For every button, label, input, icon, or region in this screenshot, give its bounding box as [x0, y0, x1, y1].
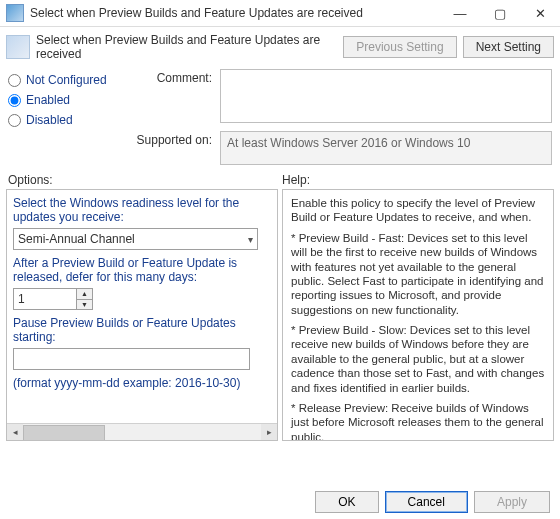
- policy-icon: [6, 35, 30, 59]
- help-paragraph: * Preview Build - Fast: Devices set to t…: [291, 231, 545, 317]
- help-paragraph: * Preview Build - Slow: Devices set to t…: [291, 323, 545, 395]
- policy-subtitle: Select when Preview Builds and Feature U…: [36, 33, 337, 61]
- spinner-down-icon[interactable]: ▼: [76, 300, 92, 310]
- help-text[interactable]: Enable this policy to specify the level …: [283, 190, 553, 440]
- pause-prompt: Pause Preview Builds or Feature Updates …: [13, 316, 271, 344]
- format-hint: (format yyyy-mm-dd example: 2016-10-30): [13, 376, 271, 390]
- minimize-button[interactable]: —: [440, 0, 480, 26]
- config-area: Not Configured Enabled Disabled Comment:…: [0, 67, 560, 167]
- ok-button[interactable]: OK: [315, 491, 378, 513]
- supported-label: Supported on:: [128, 131, 212, 147]
- cancel-button[interactable]: Cancel: [385, 491, 468, 513]
- policy-header: Select when Preview Builds and Feature U…: [0, 27, 560, 67]
- scroll-left-icon[interactable]: ◂: [7, 424, 23, 440]
- window-title: Select when Preview Builds and Feature U…: [30, 6, 440, 20]
- scroll-thumb[interactable]: [23, 425, 105, 441]
- help-paragraph: Enable this policy to specify the level …: [291, 196, 545, 225]
- options-horizontal-scrollbar[interactable]: ◂ ▸: [7, 423, 277, 440]
- options-heading: Options:: [8, 173, 282, 187]
- close-button[interactable]: ✕: [520, 0, 560, 26]
- defer-prompt: After a Preview Build or Feature Update …: [13, 256, 271, 284]
- readiness-prompt: Select the Windows readiness level for t…: [13, 196, 271, 224]
- dialog-buttons: OK Cancel Apply: [315, 491, 550, 513]
- chevron-down-icon: ▾: [248, 234, 253, 245]
- radio-disabled[interactable]: Disabled: [8, 113, 128, 127]
- radio-enabled[interactable]: Enabled: [8, 93, 128, 107]
- scroll-right-icon[interactable]: ▸: [261, 424, 277, 440]
- radio-not-configured[interactable]: Not Configured: [8, 73, 128, 87]
- title-bar: Select when Preview Builds and Feature U…: [0, 0, 560, 27]
- state-radio-group: Not Configured Enabled Disabled: [8, 69, 128, 165]
- maximize-button[interactable]: ▢: [480, 0, 520, 26]
- apply-button[interactable]: Apply: [474, 491, 550, 513]
- readiness-level-value: Semi-Annual Channel: [18, 232, 135, 246]
- comment-label: Comment:: [128, 69, 212, 85]
- options-panel: Select the Windows readiness level for t…: [6, 189, 278, 441]
- help-heading: Help:: [282, 173, 310, 187]
- pause-date-input[interactable]: [13, 348, 250, 370]
- readiness-level-combo[interactable]: Semi-Annual Channel ▾: [13, 228, 258, 250]
- supported-on-box: At least Windows Server 2016 or Windows …: [220, 131, 552, 165]
- supported-on-text: At least Windows Server 2016 or Windows …: [227, 136, 470, 150]
- defer-days-value: 1: [18, 292, 25, 306]
- help-panel: Enable this policy to specify the level …: [282, 189, 554, 441]
- radio-label: Disabled: [26, 113, 73, 127]
- radio-label: Enabled: [26, 93, 70, 107]
- previous-setting-button[interactable]: Previous Setting: [343, 36, 456, 58]
- next-setting-button[interactable]: Next Setting: [463, 36, 554, 58]
- spinner-up-icon[interactable]: ▲: [76, 289, 92, 300]
- radio-label: Not Configured: [26, 73, 107, 87]
- comment-textarea[interactable]: [220, 69, 552, 123]
- app-icon: [6, 4, 24, 22]
- help-paragraph: * Release Preview: Receive builds of Win…: [291, 401, 545, 440]
- defer-days-spinner[interactable]: 1 ▲ ▼: [13, 288, 93, 310]
